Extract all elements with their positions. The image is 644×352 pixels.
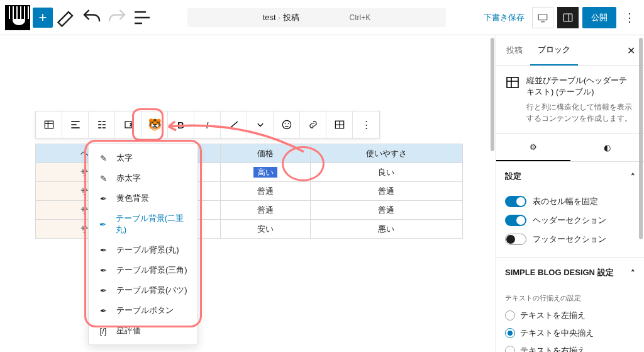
toggle-label: ヘッダーセクション xyxy=(533,215,606,226)
panel-settings: 設定˄ 表のセル幅を固定 ヘッダーセクション フッターセクション xyxy=(496,162,644,258)
svg-point-4 xyxy=(282,120,291,128)
sidebar-tabs: 投稿 ブロック ✕ xyxy=(496,35,644,66)
dropper-icon: ✒ xyxy=(97,220,108,229)
sidebar-scrollbar[interactable] xyxy=(638,35,644,352)
radio-icon xyxy=(505,346,515,352)
edit-mode-button[interactable] xyxy=(55,6,78,29)
block-title: 縦並びテーブル(ヘッダーテキスト) (テーブル) xyxy=(526,75,635,98)
dropdown-label: テーブルボタン xyxy=(116,305,174,316)
dropdown-label: 赤太字 xyxy=(116,173,141,184)
table-cell[interactable]: 良い xyxy=(310,163,462,182)
undo-button[interactable] xyxy=(80,6,103,29)
dropper-icon: ✒ xyxy=(97,266,109,275)
panel-settings-header[interactable]: 設定˄ xyxy=(496,162,644,191)
doc-title-text: test · 投稿 xyxy=(263,12,299,23)
dropdown-item-yellowbg[interactable]: ✒黄色背景 xyxy=(89,188,197,208)
topbar-right: 下書き保存 公開 ⋮ xyxy=(480,7,639,28)
block-type-icon[interactable] xyxy=(36,111,62,138)
shortcut-hint: Ctrl+K xyxy=(350,13,371,22)
toggle-switch[interactable] xyxy=(505,234,526,245)
radio-align-right[interactable]: テキストを右揃え xyxy=(505,342,635,352)
dropdown-item-starrating[interactable]: [/]星評価 xyxy=(89,321,197,341)
block-more-button[interactable]: ⋮ xyxy=(353,111,379,138)
highlighter-button[interactable]: 🐯 xyxy=(142,111,168,138)
table-cell[interactable]: 普通 xyxy=(220,201,310,220)
style-settings-button[interactable]: ⚙ xyxy=(496,133,570,161)
svg-rect-3 xyxy=(125,122,131,128)
link-style-button[interactable] xyxy=(221,111,247,138)
dropdown-item-tablebg-doublecircle[interactable]: ✒テーブル背景(二重丸) xyxy=(89,208,197,240)
canvas-scrollbar[interactable] xyxy=(489,35,496,352)
site-avatar[interactable] xyxy=(5,5,30,30)
doc-title-button[interactable]: test · 投稿 Ctrl+K xyxy=(187,8,446,27)
svg-rect-0 xyxy=(538,14,547,20)
table-cell[interactable]: 普通 xyxy=(220,182,310,201)
panel-sbd-header[interactable]: SIMPLE BLOG DESIGN 設定˄ xyxy=(496,258,644,287)
move-button[interactable] xyxy=(115,111,142,138)
contrast-icon: ◐ xyxy=(604,143,611,152)
block-info: 縦並びテーブル(ヘッダーテキスト) (テーブル) 行と列に構造化して情報を表示す… xyxy=(496,66,644,133)
table-cell[interactable]: 普通 xyxy=(310,182,462,201)
emoji-button[interactable] xyxy=(274,111,300,138)
toggle-switch[interactable] xyxy=(505,215,526,226)
table-cell[interactable]: 悪い xyxy=(310,220,462,239)
sidebar-toggle-button[interactable] xyxy=(557,7,579,28)
radio-label: テキストを左揃え xyxy=(520,310,586,321)
dropdown-item-bold[interactable]: ✎太字 xyxy=(89,148,197,168)
chevron-up-icon: ˄ xyxy=(631,172,635,181)
section-label: テキストの行揃えの設定 xyxy=(505,293,635,303)
toggle-label: フッターセクション xyxy=(533,234,606,245)
table-cell[interactable]: 安い xyxy=(220,220,310,239)
dropdown-item-tablebg-circle[interactable]: ✒テーブル背景(丸) xyxy=(89,240,197,260)
publish-button[interactable]: 公開 xyxy=(582,7,616,28)
table-header[interactable]: 価格 xyxy=(220,144,310,163)
editor-canvas: 🐯 B I ⋮ ヘッダー め度 価格 使いやすさ サービス すめ xyxy=(0,35,496,352)
style-switch: ⚙ ◐ xyxy=(496,133,644,162)
table-edit-button[interactable] xyxy=(326,111,353,138)
dropper-icon: ✒ xyxy=(97,194,109,203)
dropdown-label: テーブル背景(二重丸) xyxy=(116,213,189,236)
radio-align-left[interactable]: テキストを左揃え xyxy=(505,307,635,324)
gear-icon: ⚙ xyxy=(530,142,537,152)
toggle-footer-section[interactable]: フッターセクション xyxy=(505,230,635,249)
radio-icon xyxy=(505,328,515,338)
settings-sidebar: 投稿 ブロック ✕ 縦並びテーブル(ヘッダーテキスト) (テーブル) 行と列に構… xyxy=(496,35,644,352)
svg-point-5 xyxy=(284,123,286,125)
more-format-chevron[interactable] xyxy=(247,111,274,138)
add-block-button[interactable]: + xyxy=(33,8,53,28)
dropper-icon: ✒ xyxy=(97,286,109,295)
toggle-fixed-width[interactable]: 表のセル幅を固定 xyxy=(505,192,635,211)
dropdown-item-tablebutton[interactable]: ✒テーブルボタン xyxy=(89,300,197,321)
table-cell[interactable]: 高い xyxy=(220,163,310,182)
tab-post[interactable]: 投稿 xyxy=(499,36,530,65)
redo-button[interactable] xyxy=(106,6,128,29)
radio-label: テキストを右揃え xyxy=(520,345,586,352)
save-draft-button[interactable]: 下書き保存 xyxy=(480,8,528,27)
italic-button[interactable]: I xyxy=(194,111,221,138)
table-header[interactable]: 使いやすさ xyxy=(310,144,462,163)
bold-button[interactable]: B xyxy=(168,111,194,138)
document-outline-button[interactable] xyxy=(131,6,153,29)
link-button[interactable] xyxy=(300,111,326,138)
dropdown-item-redbold[interactable]: ✎赤太字 xyxy=(89,168,197,188)
radio-icon xyxy=(505,310,515,321)
desktop-preview-button[interactable] xyxy=(532,7,553,28)
tab-block[interactable]: ブロック xyxy=(530,35,578,65)
panel-title: SIMPLE BLOG DESIGN 設定 xyxy=(505,267,614,278)
highlighted-text: 高い xyxy=(253,167,277,178)
style-contrast-button[interactable]: ◐ xyxy=(570,133,645,161)
more-options-button[interactable]: ⋮ xyxy=(620,11,639,25)
block-desc: 行と列に構造化して情報を表示するコンテンツを作成します。 xyxy=(526,101,635,124)
columns-button[interactable] xyxy=(89,111,115,138)
panel-title: 設定 xyxy=(505,171,521,182)
dropdown-item-tablebg-cross[interactable]: ✒テーブル背景(バツ) xyxy=(89,280,197,300)
dropdown-item-tablebg-triangle[interactable]: ✒テーブル背景(三角) xyxy=(89,260,197,280)
table-cell[interactable]: 普通 xyxy=(310,201,462,220)
radio-align-center[interactable]: テキストを中央揃え xyxy=(505,324,635,342)
align-button[interactable] xyxy=(62,111,89,138)
toggle-switch[interactable] xyxy=(505,196,526,207)
dropper-icon: ✒ xyxy=(97,246,109,255)
toggle-header-section[interactable]: ヘッダーセクション xyxy=(505,211,635,230)
dropdown-label: テーブル背景(バツ) xyxy=(116,285,187,296)
dropdown-label: 星評価 xyxy=(116,325,141,336)
